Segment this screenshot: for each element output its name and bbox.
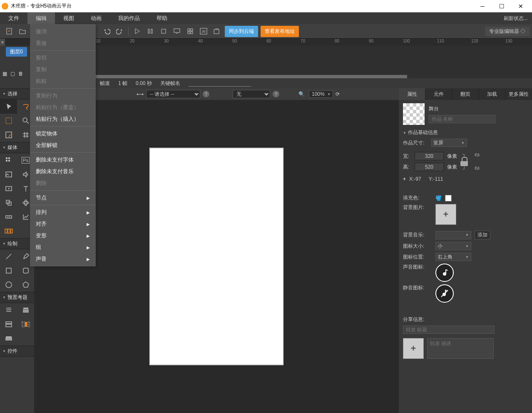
- layer-track[interactable]: [30, 46, 532, 57]
- tab-loading[interactable]: 加载: [479, 88, 506, 100]
- shape-tool[interactable]: [0, 196, 17, 210]
- rect-tool[interactable]: [0, 264, 17, 278]
- open-file-button[interactable]: [17, 25, 28, 37]
- marquee-tool[interactable]: [0, 114, 17, 128]
- help1-icon[interactable]: ?: [203, 91, 209, 97]
- fit-width-icon[interactable]: ⟷: [137, 91, 144, 97]
- bgm-select[interactable]: [435, 231, 471, 239]
- preview-device-button[interactable]: [171, 25, 183, 37]
- color-grid-tool[interactable]: [0, 153, 17, 167]
- edit-menu-item[interactable]: 声音▶: [30, 253, 96, 265]
- preset-list-tool[interactable]: [0, 303, 17, 317]
- add-bgm-button[interactable]: 添加: [475, 231, 490, 239]
- edit-menu-item[interactable]: 锁定物体: [30, 128, 96, 139]
- add-bgimage-button[interactable]: +: [435, 204, 456, 225]
- view-url-button[interactable]: 查看发布地址: [261, 26, 299, 37]
- edit-menu-item[interactable]: 粘贴行为（插入）: [30, 113, 96, 125]
- sync-cloud-button[interactable]: 同步到云端: [225, 26, 258, 37]
- category-draw[interactable]: 绘制: [0, 238, 34, 249]
- link-w-icon[interactable]: [474, 152, 480, 158]
- canvas-select-element[interactable]: -- 请选择 --: [146, 90, 200, 98]
- redo-button[interactable]: [114, 25, 126, 37]
- slider-tool[interactable]: [0, 210, 17, 224]
- edit-menu-item[interactable]: 排列▶: [30, 206, 96, 218]
- preset-form-tool[interactable]: [0, 317, 17, 331]
- keyframe-name-input[interactable]: [189, 80, 251, 87]
- timeline-track[interactable]: [37, 57, 532, 78]
- menu-edit[interactable]: 编辑: [27, 12, 55, 24]
- stop-button[interactable]: [158, 25, 169, 37]
- edit-menu-item[interactable]: 节点▶: [30, 192, 96, 204]
- fill-color-swatch[interactable]: [445, 195, 452, 202]
- refresh-canvas-icon[interactable]: ⟳: [336, 91, 340, 97]
- paint-bucket-icon[interactable]: 🪣: [435, 195, 442, 201]
- qr-button[interactable]: [184, 25, 196, 37]
- menu-view[interactable]: 视图: [55, 12, 82, 24]
- tab-more[interactable]: 更多属性: [506, 88, 532, 100]
- search-icon[interactable]: 🔍: [298, 91, 305, 97]
- image-tool[interactable]: [0, 167, 17, 182]
- line-tool[interactable]: [0, 249, 17, 264]
- orientation-select[interactable]: 竖屏: [431, 139, 467, 147]
- category-media[interactable]: 媒体: [0, 142, 34, 153]
- menu-file[interactable]: 文件: [0, 12, 27, 24]
- menu-help[interactable]: 帮助: [148, 12, 176, 24]
- edit-menu-item[interactable]: 删除未支付字体: [30, 154, 96, 166]
- maximize-button[interactable]: ☐: [492, 0, 511, 12]
- undo-button[interactable]: [101, 25, 112, 37]
- tab-properties[interactable]: 属性: [399, 88, 425, 100]
- edit-menu-item[interactable]: 变形▶: [30, 230, 96, 241]
- link-h-icon[interactable]: [474, 165, 480, 172]
- close-button[interactable]: ✕: [511, 0, 530, 12]
- preset-menu-tool[interactable]: [0, 331, 17, 346]
- share-desc-input[interactable]: [427, 338, 494, 359]
- editor-mode-select[interactable]: 专业版编辑器 ◇: [485, 27, 530, 36]
- edit-menu-item[interactable]: 组▶: [30, 241, 96, 253]
- video-tool[interactable]: [0, 182, 17, 196]
- height-input[interactable]: [415, 163, 444, 171]
- layer-tab[interactable]: 图层0: [6, 47, 27, 57]
- pause-button[interactable]: [144, 25, 156, 37]
- refresh-status[interactable]: 刷新状态...: [500, 12, 532, 24]
- polygon-tool[interactable]: [17, 278, 34, 292]
- sound-icon-preview[interactable]: [435, 264, 454, 282]
- mute-icon-preview[interactable]: [435, 284, 454, 303]
- ruler-close-icon[interactable]: ×: [0, 39, 5, 46]
- preset-select-tool[interactable]: [17, 317, 34, 331]
- width-input[interactable]: [415, 152, 444, 160]
- edit-menu-item[interactable]: 删除未支付音乐: [30, 166, 96, 177]
- work-name-input[interactable]: [429, 115, 495, 123]
- canvas-page[interactable]: [150, 148, 283, 365]
- help2-icon[interactable]: ?: [273, 91, 279, 97]
- minimize-button[interactable]: ─: [473, 0, 492, 12]
- canvas-select-mode[interactable]: 无: [233, 90, 270, 98]
- category-preset[interactable]: 预置考题: [0, 292, 34, 303]
- category-control[interactable]: 控件: [0, 346, 34, 357]
- rect-array-tool[interactable]: [0, 224, 17, 238]
- node-tool[interactable]: [0, 128, 17, 142]
- edit-menu-item[interactable]: 对齐▶: [30, 218, 96, 230]
- preset-list2-tool[interactable]: [17, 303, 34, 317]
- plus-icon[interactable]: +: [403, 176, 406, 182]
- tab-components[interactable]: 元件: [425, 88, 452, 100]
- new-file-button[interactable]: +: [3, 25, 15, 37]
- add-layer-icon[interactable]: ▦: [2, 71, 7, 77]
- zoom-level-select[interactable]: 100%: [309, 90, 333, 98]
- menu-animation[interactable]: 动画: [82, 12, 110, 24]
- menu-myworks[interactable]: 我的作品: [110, 12, 148, 24]
- lock-aspect-icon[interactable]: [460, 157, 468, 166]
- edit-menu-item[interactable]: 全部解锁: [30, 139, 96, 151]
- share-image-button[interactable]: +: [403, 338, 424, 359]
- iconsize-select[interactable]: 小: [435, 242, 471, 250]
- tab-pageflip[interactable]: 翻页: [452, 88, 479, 100]
- js-button[interactable]: JS: [198, 25, 209, 37]
- folder-icon[interactable]: ▢: [10, 71, 15, 77]
- circle-tool[interactable]: [0, 278, 17, 292]
- delete-layer-icon[interactable]: 🗑: [18, 71, 23, 77]
- play-button[interactable]: [131, 25, 143, 37]
- export-button[interactable]: [211, 25, 223, 37]
- share-title-input[interactable]: [403, 326, 495, 334]
- iconpos-select[interactable]: 右上角: [435, 253, 471, 261]
- cursor-tool[interactable]: [0, 100, 17, 114]
- basic-info-header[interactable]: 作品基础信息: [403, 129, 528, 136]
